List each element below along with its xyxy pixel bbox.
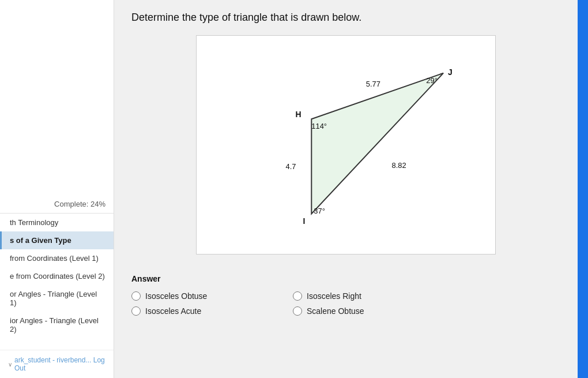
svg-text:37°: 37° — [314, 207, 325, 215]
progress-indicator: Complete: 24% — [0, 195, 114, 214]
svg-text:114°: 114° — [311, 122, 327, 130]
svg-text:I: I — [303, 216, 305, 226]
triangle-diagram: H 114° J 29° I 37° 5.77 4.7 8.82 — [196, 35, 496, 255]
option-isosceles-acute[interactable]: Isosceles Acute — [131, 306, 270, 316]
sidebar-item-angles-l1[interactable]: or Angles - Triangle (Level 1) — [0, 285, 114, 312]
answer-section: Answer Isosceles Obtuse Isosceles Right … — [131, 274, 560, 316]
sidebar-item-coordinates-l2[interactable]: e from Coordinates (Level 2) — [0, 267, 114, 285]
sidebar-item-angles-l2[interactable]: ior Angles - Triangle (Level 2) — [0, 312, 114, 338]
radio-isosceles-acute[interactable] — [131, 306, 141, 316]
svg-text:4.7: 4.7 — [286, 162, 296, 171]
sidebar: Complete: 24% th Terminology s of a Give… — [0, 0, 114, 378]
svg-text:H: H — [295, 110, 301, 119]
main-content: Determine the type of triangle that is d… — [114, 0, 578, 378]
collapse-icon[interactable]: ∨ — [8, 361, 12, 368]
option-isosceles-right[interactable]: Isosceles Right — [293, 291, 431, 301]
sidebar-item-terminology[interactable]: th Terminology — [0, 214, 114, 231]
svg-text:J: J — [448, 68, 453, 77]
triangle-svg: H 114° J 29° I 37° 5.77 4.7 8.82 — [197, 36, 495, 254]
question-title: Determine the type of triangle that is d… — [131, 12, 560, 24]
answer-label: Answer — [131, 274, 560, 283]
sidebar-item-coordinates-l1[interactable]: from Coordinates (Level 1) — [0, 249, 114, 267]
svg-text:5.77: 5.77 — [366, 80, 380, 88]
sidebar-item-given-type[interactable]: s of a Given Type — [0, 231, 114, 249]
option-scalene-obtuse[interactable]: Scalene Obtuse — [293, 306, 431, 316]
svg-text:8.82: 8.82 — [392, 161, 406, 170]
login-link[interactable]: ark_student - riverbend... Log Out — [14, 356, 105, 372]
radio-isosceles-right[interactable] — [293, 291, 302, 301]
option-isosceles-obtuse[interactable]: Isosceles Obtuse — [131, 291, 270, 301]
svg-marker-0 — [311, 73, 443, 214]
radio-isosceles-obtuse[interactable] — [131, 291, 141, 301]
svg-text:29°: 29° — [426, 76, 438, 85]
progress-label: Complete: 24% — [54, 200, 105, 208]
answer-options: Isosceles Obtuse Isosceles Right Isoscel… — [131, 291, 431, 316]
radio-scalene-obtuse[interactable] — [293, 306, 302, 316]
sidebar-bottom: ∨ ark_student - riverbend... Log Out — [0, 350, 114, 378]
sidebar-nav: Complete: 24% th Terminology s of a Give… — [0, 0, 114, 350]
right-accent-strip — [578, 0, 588, 378]
